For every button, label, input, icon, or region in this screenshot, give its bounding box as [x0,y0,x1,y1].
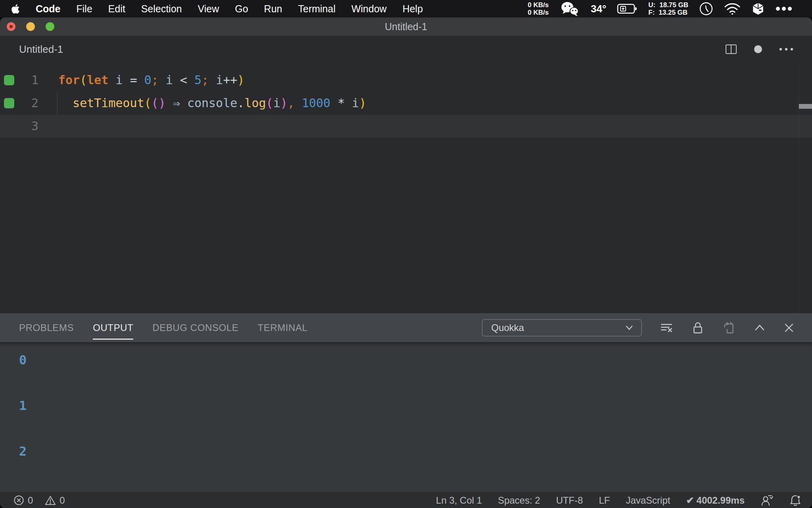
more-actions-icon [779,48,794,51]
overview-ruler[interactable] [799,63,812,313]
cube-menu-item[interactable] [751,2,765,15]
output-panel-content[interactable]: 012 [0,342,812,492]
bell-icon [789,494,802,507]
clear-output-button[interactable] [660,321,673,335]
lock-scroll-button[interactable] [691,321,705,335]
overview-ruler-mark [799,104,812,109]
wifi-menu-item[interactable] [724,2,741,15]
menubar-item-window[interactable]: Window [351,3,387,15]
screen: CodeFileEditSelectionViewGoRunTerminalWi… [0,0,812,508]
line-number: 1 [0,69,38,92]
menubar-item-go[interactable]: Go [235,3,248,15]
wechat-menu-item[interactable] [559,1,580,17]
apple-logo [11,4,20,14]
open-output-in-editor-button[interactable] [722,321,736,335]
dropdown-chevron-icon [624,325,634,331]
panel-tab-debug-console[interactable]: DEBUG CONSOLE [152,313,238,342]
split-editor-button[interactable] [725,43,737,56]
more-actions-button[interactable] [779,48,794,51]
mem-used-label: U: [648,1,655,9]
mem-used-value: 18.75 GB [659,1,688,9]
maximize-panel-button[interactable] [754,324,766,332]
mem-free-label: F: [648,9,655,16]
menubar-item-run[interactable]: Run [264,3,282,15]
panel-tab-terminal[interactable]: TERMINAL [258,313,308,342]
panel-tab-bar: PROBLEMSOUTPUTDEBUG CONSOLETERMINAL Quok… [0,313,812,342]
zoom-window-button[interactable] [46,22,54,31]
feedback-button[interactable] [760,494,773,507]
quokka-run-time[interactable]: ✔ 4002.99ms [686,495,745,506]
menubar-item-code[interactable]: Code [36,3,61,15]
menubar-item-selection[interactable]: Selection [141,3,182,15]
output-line: 2 [19,444,812,459]
quokka-run-time-value: 4002.99ms [697,495,745,506]
menubar-item-help[interactable]: Help [402,3,423,15]
menu-extras-icon [776,6,792,11]
apple-menu[interactable] [11,4,20,14]
clock-menu-item[interactable] [699,2,713,16]
menubar-item-edit[interactable]: Edit [108,3,125,15]
minimize-window-button[interactable] [26,22,35,31]
cursor-position-indicator[interactable]: Ln 3, Col 1 [436,495,482,506]
macos-menubar: CodeFileEditSelectionViewGoRunTerminalWi… [0,0,812,17]
editor-header: Untitled-1 [0,36,812,63]
panel-tab-output[interactable]: OUTPUT [93,313,133,342]
traffic-lights [7,17,54,36]
line-number: 3 [0,115,38,138]
maximize-panel-icon [754,324,766,332]
close-panel-button[interactable] [783,322,795,333]
problems-indicator[interactable]: 0 0 [0,495,65,506]
check-icon: ✔ [686,495,694,506]
bottom-panel: PROBLEMSOUTPUTDEBUG CONSOLETERMINAL Quok… [0,313,812,492]
memory-indicator[interactable]: U: 18.75 GB F: 13.25 GB [648,1,688,16]
code-line-3[interactable]: 3 [0,115,812,138]
lock-icon [691,321,705,335]
titlebar[interactable]: Untitled-1 [0,17,812,36]
wechat-icon [559,1,580,17]
editor-tab-label[interactable]: Untitled-1 [0,43,63,56]
code-line-1[interactable]: 1for(let i = 0; i < 5; i++) [0,69,812,92]
mem-free-value: 13.25 GB [659,9,688,16]
language-mode-indicator[interactable]: JavaScript [626,495,670,506]
output-channel-select[interactable]: Quokka [482,319,642,337]
indentation-indicator[interactable]: Spaces: 2 [498,495,540,506]
battery-menu-item[interactable] [617,3,638,14]
close-panel-icon [783,322,795,333]
code-line-2[interactable]: 2 setTimeout(() ⇒ console.log(i), 1000 *… [0,92,812,115]
output-line: 0 [19,352,812,368]
network-speed-indicator[interactable]: 0 KB/s 0 KB/s [528,1,549,16]
panel-tabs: PROBLEMSOUTPUTDEBUG CONSOLETERMINAL [19,313,308,342]
error-count: 0 [28,495,33,506]
warning-icon [45,495,56,506]
eol-indicator[interactable]: LF [599,495,610,506]
menubar-item-terminal[interactable]: Terminal [298,3,335,15]
net-down-speed: 0 KB/s [528,9,549,16]
notifications-button[interactable] [789,494,802,507]
output-channel-value: Quokka [491,322,524,333]
error-icon [13,495,24,506]
status-items: Ln 3, Col 1Spaces: 2UTF-8LFJavaScript [436,495,670,506]
cube-icon [751,2,765,15]
split-editor-icon [725,43,737,56]
modified-dot[interactable] [754,45,762,53]
clock-icon [699,2,713,16]
temperature-menu-item[interactable]: 34° [591,3,606,15]
menu-extras-item[interactable] [776,6,792,11]
battery-icon [617,3,638,14]
line-number: 2 [0,92,38,115]
vscode-window: Untitled-1 Untitled-1 [0,17,812,508]
code-editor[interactable]: 1for(let i = 0; i < 5; i++)2 setTimeout(… [0,63,812,313]
net-up-speed: 0 KB/s [528,1,549,9]
close-window-button[interactable] [7,22,15,31]
panel-tab-problems[interactable]: PROBLEMS [19,313,74,342]
statusbar: 0 0 Ln 3, Col 1Spaces: 2UTF-8LFJavaScrip… [0,492,812,508]
menubar-items: CodeFileEditSelectionViewGoRunTerminalWi… [36,3,423,15]
encoding-indicator[interactable]: UTF-8 [556,495,583,506]
wifi-icon [724,2,741,15]
menubar-item-view[interactable]: View [198,3,219,15]
window-title: Untitled-1 [385,21,427,33]
clear-output-icon [660,321,673,335]
code-line-content: setTimeout(() ⇒ console.log(i), 1000 * i… [58,92,366,115]
code-line-content: for(let i = 0; i < 5; i++) [58,69,245,92]
menubar-item-file[interactable]: File [77,3,92,15]
